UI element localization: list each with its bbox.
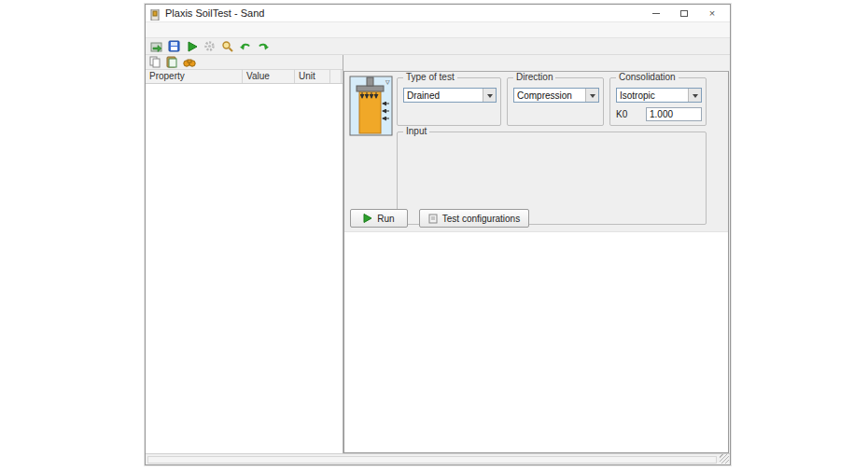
dropdown-arrow-icon[interactable] bbox=[483, 89, 496, 102]
consolidation-label: Consolidation bbox=[616, 72, 679, 82]
copy-icon[interactable] bbox=[148, 56, 162, 69]
col-extra bbox=[330, 70, 342, 83]
close-button[interactable]: × bbox=[698, 6, 726, 21]
open-icon[interactable] bbox=[149, 40, 163, 53]
redo-icon[interactable] bbox=[256, 40, 270, 53]
undo-icon[interactable] bbox=[238, 40, 252, 53]
main-area: Property Value Unit bbox=[146, 55, 730, 453]
test-configurations-button[interactable]: Test configurations bbox=[419, 209, 529, 228]
minimize-icon bbox=[652, 13, 660, 14]
type-of-test-group: Type of test Drained bbox=[397, 77, 501, 126]
title-bar[interactable]: Plaxis SoilTest - Sand × bbox=[146, 5, 730, 22]
kernel-icon[interactable] bbox=[203, 40, 217, 53]
resize-grip[interactable] bbox=[720, 454, 729, 464]
status-cell bbox=[147, 456, 717, 464]
config-doc-icon bbox=[428, 214, 438, 224]
col-unit: Unit bbox=[295, 70, 330, 83]
zoom-icon[interactable] bbox=[220, 40, 234, 53]
dropdown-arrow-icon[interactable] bbox=[585, 89, 598, 102]
run-icon[interactable] bbox=[185, 40, 199, 53]
charts-zone bbox=[344, 232, 728, 452]
main-toolbar bbox=[146, 38, 730, 55]
test-tabs bbox=[343, 55, 730, 71]
water-level-icon: ▽ bbox=[385, 79, 390, 85]
property-grid: Property Value Unit bbox=[146, 70, 343, 453]
save-icon[interactable] bbox=[167, 40, 181, 53]
specimen-diagram: ▽ bbox=[349, 76, 394, 137]
app-window: Plaxis SoilTest - Sand × bbox=[145, 4, 731, 465]
direction-group: Direction Compression bbox=[507, 77, 604, 126]
k0-label: K0 bbox=[616, 109, 627, 119]
status-bar bbox=[146, 453, 730, 464]
input-label: Input bbox=[403, 126, 429, 136]
minimize-button[interactable] bbox=[642, 6, 670, 21]
test-content: ▽ Type of test Drained Direction bbox=[343, 71, 729, 453]
material-panel: Property Value Unit bbox=[146, 55, 343, 453]
table-header: Property Value Unit bbox=[146, 70, 343, 84]
type-of-test-select[interactable]: Drained bbox=[403, 88, 497, 103]
window-title: Plaxis SoilTest - Sand bbox=[165, 7, 264, 19]
run-play-icon bbox=[363, 214, 372, 223]
col-property: Property bbox=[146, 70, 243, 83]
direction-label: Direction bbox=[513, 72, 555, 82]
col-value: Value bbox=[243, 70, 295, 83]
consolidation-group: Consolidation Isotropic K0 bbox=[609, 77, 707, 126]
material-toolbar bbox=[146, 55, 343, 70]
consolidation-select[interactable]: Isotropic bbox=[616, 88, 702, 103]
k0-input[interactable] bbox=[646, 107, 702, 121]
direction-select[interactable]: Compression bbox=[513, 88, 599, 103]
menu-bar bbox=[146, 22, 730, 38]
run-button[interactable]: Run bbox=[350, 209, 408, 228]
app-icon bbox=[149, 7, 161, 19]
maximize-button[interactable] bbox=[670, 6, 698, 21]
type-of-test-label: Type of test bbox=[403, 72, 457, 82]
dropdown-arrow-icon[interactable] bbox=[688, 89, 701, 102]
paste-icon[interactable] bbox=[165, 56, 179, 69]
test-panel: ▽ Type of test Drained Direction bbox=[343, 55, 730, 453]
binoculars-icon[interactable] bbox=[182, 56, 196, 69]
close-icon: × bbox=[709, 8, 715, 19]
maximize-icon bbox=[680, 10, 688, 17]
